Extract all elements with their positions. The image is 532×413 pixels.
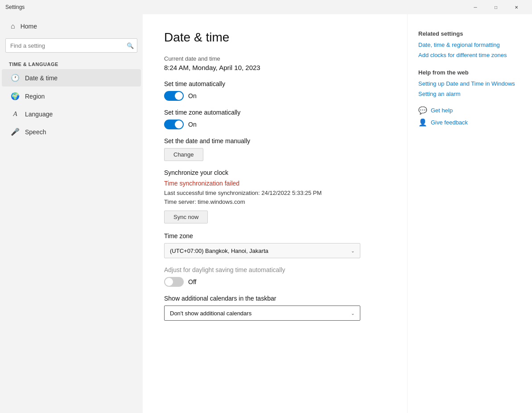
titlebar: Settings ─ □ ✕ xyxy=(0,0,532,14)
calendars-dropdown[interactable]: Don't show additional calendars ⌄ xyxy=(164,306,360,321)
feedback-icon: 👤 xyxy=(418,118,427,127)
right-panel: Related settings Date, time & regional f… xyxy=(407,14,532,413)
calendars-chevron-icon: ⌄ xyxy=(351,311,355,316)
set-timezone-auto-row: On xyxy=(164,120,386,129)
search-icon: 🔍 xyxy=(127,42,134,49)
set-manual-group: Set the date and time manually Change xyxy=(164,137,386,161)
main-content: Date & time Current date and time 8:24 A… xyxy=(143,14,407,413)
current-datetime: 8:24 AM, Monday, April 10, 2023 xyxy=(164,64,386,71)
sidebar-item-region[interactable]: 🌍 Region xyxy=(2,87,141,105)
set-time-auto-toggle[interactable] xyxy=(164,91,184,101)
maximize-button[interactable]: □ xyxy=(486,0,506,14)
timezone-value: (UTC+07:00) Bangkok, Hanoi, Jakarta xyxy=(170,248,268,254)
minimize-button[interactable]: ─ xyxy=(465,0,486,14)
help-link-setup[interactable]: Setting up Date and Time in Windows xyxy=(418,80,521,87)
daylight-toggle-row: Off xyxy=(164,277,386,287)
app-body: ⌂ Home 🔍 Time & Language 🕐 Date & time 🌍… xyxy=(0,14,532,413)
language-icon: A xyxy=(11,110,20,118)
get-help-icon: 💬 xyxy=(418,106,427,115)
sidebar-item-speech-label: Speech xyxy=(25,128,46,136)
set-timezone-auto-toggle[interactable] xyxy=(164,120,184,129)
sync-error: Time synchronization failed xyxy=(164,180,386,187)
calendars-group: Show additional calendars in the taskbar… xyxy=(164,295,386,321)
related-link-add-clocks[interactable]: Add clocks for different time zones xyxy=(418,52,521,58)
set-timezone-auto-group: Set time zone automatically On xyxy=(164,109,386,129)
search-input[interactable] xyxy=(5,38,137,53)
app-title: Settings xyxy=(5,4,25,10)
speech-icon: 🎤 xyxy=(11,128,20,136)
sync-now-button[interactable]: Sync now xyxy=(164,211,208,223)
sync-last: Last successful time synchronization: 24… xyxy=(164,189,386,198)
set-manual-label: Set the date and time manually xyxy=(164,137,386,145)
sidebar-search-container: 🔍 xyxy=(5,38,137,53)
set-time-auto-group: Set time automatically On xyxy=(164,80,386,101)
set-time-auto-label: Set time automatically xyxy=(164,80,386,87)
sync-server: Time server: time.windows.com xyxy=(164,198,386,206)
sidebar-item-date-time-label: Date & time xyxy=(25,74,58,82)
daylight-state: Off xyxy=(188,278,196,285)
feedback-item[interactable]: 👤 Give feedback xyxy=(418,118,521,127)
sidebar-item-region-label: Region xyxy=(25,93,45,100)
help-from-web-title: Help from the web xyxy=(418,69,521,76)
calendars-label: Show additional calendars in the taskbar xyxy=(164,295,386,302)
region-icon: 🌍 xyxy=(11,92,20,100)
close-button[interactable]: ✕ xyxy=(506,0,527,14)
window-controls: ─ □ ✕ xyxy=(465,0,527,14)
calendars-value: Don't show additional calendars xyxy=(170,310,252,317)
sidebar-item-language[interactable]: A Language xyxy=(2,106,141,122)
help-link-alarm[interactable]: Setting an alarm xyxy=(418,91,521,97)
sync-label: Synchronize your clock xyxy=(164,169,386,176)
get-help-item[interactable]: 💬 Get help xyxy=(418,106,521,115)
daylight-label: Adjust for daylight saving time automati… xyxy=(164,266,386,273)
current-section-label: Current date and time xyxy=(164,55,386,62)
sidebar: ⌂ Home 🔍 Time & Language 🕐 Date & time 🌍… xyxy=(0,14,143,413)
set-timezone-auto-state: On xyxy=(188,121,197,128)
timezone-label: Time zone xyxy=(164,232,386,240)
get-help-label: Get help xyxy=(431,107,453,114)
sidebar-item-home[interactable]: ⌂ Home xyxy=(2,18,141,35)
home-icon: ⌂ xyxy=(11,22,15,30)
date-time-icon: 🕐 xyxy=(11,74,20,82)
related-link-formatting[interactable]: Date, time & regional formatting xyxy=(418,41,521,48)
daylight-toggle[interactable] xyxy=(164,277,184,287)
set-time-auto-state: On xyxy=(188,92,197,99)
set-time-auto-row: On xyxy=(164,91,386,101)
sidebar-item-speech[interactable]: 🎤 Speech xyxy=(2,123,141,140)
sync-section: Synchronize your clock Time synchronizat… xyxy=(164,169,386,223)
sidebar-section-title: Time & Language xyxy=(0,56,143,69)
timezone-dropdown[interactable]: (UTC+07:00) Bangkok, Hanoi, Jakarta ⌄ xyxy=(164,243,360,258)
daylight-group: Adjust for daylight saving time automati… xyxy=(164,266,386,287)
change-button[interactable]: Change xyxy=(164,148,203,161)
timezone-group: Time zone (UTC+07:00) Bangkok, Hanoi, Ja… xyxy=(164,232,386,258)
home-label: Home xyxy=(21,23,37,30)
sidebar-item-language-label: Language xyxy=(25,111,53,118)
feedback-label: Give feedback xyxy=(431,119,468,126)
set-timezone-auto-label: Set time zone automatically xyxy=(164,109,386,116)
page-title: Date & time xyxy=(164,30,386,45)
sidebar-item-date-time[interactable]: 🕐 Date & time xyxy=(2,69,141,87)
chevron-down-icon: ⌄ xyxy=(351,248,355,253)
related-settings-title: Related settings xyxy=(418,30,521,37)
